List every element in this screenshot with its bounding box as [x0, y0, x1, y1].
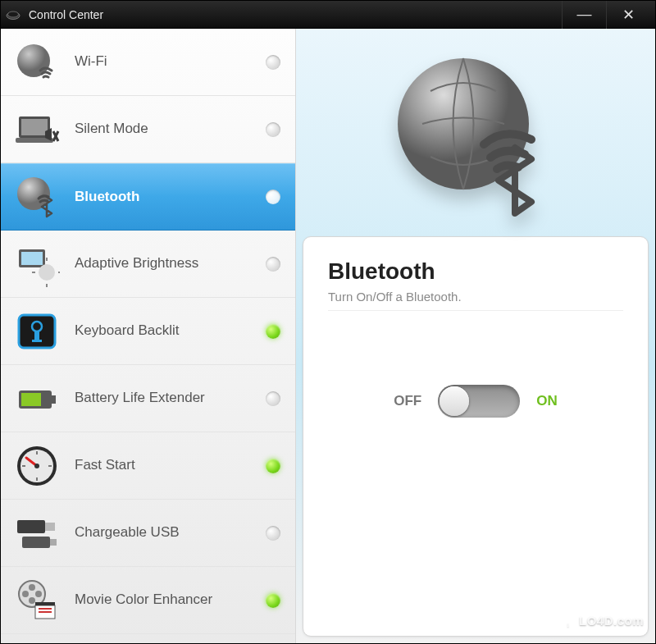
detail-subtitle: Turn On/Off a Bluetooth.: [328, 290, 623, 311]
sidebar-item-label: Keyboard Backlit: [75, 322, 284, 339]
sidebar-item-movie-color-enhancer[interactable]: Movie Color Enhancer: [1, 567, 295, 634]
titlebar: Control Center — ✕: [1, 1, 655, 29]
window-title: Control Center: [29, 8, 562, 21]
svg-point-36: [35, 591, 42, 597]
svg-rect-33: [50, 539, 57, 546]
svg-point-1: [8, 11, 19, 17]
status-indicator: [266, 55, 280, 70]
toggle-knob: [440, 386, 469, 416]
sidebar-item-keyboard-backlit[interactable]: Keyboard Backlit: [1, 298, 295, 365]
hero-illustration: [303, 35, 649, 236]
brightness-icon: [12, 240, 61, 289]
battery-icon: [12, 374, 61, 423]
svg-rect-19: [32, 340, 42, 342]
sidebar-item-silent-mode[interactable]: Silent Mode: [1, 96, 295, 163]
bluetooth-toggle[interactable]: [438, 385, 520, 418]
svg-rect-18: [34, 331, 39, 340]
sidebar-item-battery-life-extender[interactable]: Battery Life Extender: [1, 365, 295, 432]
status-indicator: [266, 122, 280, 137]
globe-bluetooth-large-icon: [385, 46, 566, 226]
svg-point-35: [29, 584, 35, 591]
movie-icon: [12, 576, 61, 625]
sidebar-item-fast-start[interactable]: Fast Start: [1, 432, 295, 500]
sidebar-item-wifi[interactable]: Wi-Fi: [1, 29, 295, 96]
toggle-off-label: OFF: [394, 393, 421, 409]
sidebar-item-label: Wi-Fi: [75, 53, 284, 70]
sidebar[interactable]: Wi-Fi Silent Mode: [1, 29, 296, 643]
detail-heading: Bluetooth: [328, 258, 623, 285]
status-indicator: [266, 257, 280, 272]
minimize-button[interactable]: —: [562, 1, 606, 29]
sidebar-item-label: Battery Life Extender: [75, 390, 284, 406]
globe-bluetooth-icon: [12, 172, 61, 222]
svg-rect-22: [21, 393, 41, 406]
sidebar-item-label: Silent Mode: [75, 121, 284, 137]
svg-rect-4: [21, 119, 48, 135]
svg-rect-40: [35, 602, 55, 605]
sidebar-item-label: Movie Color Enhancer: [75, 591, 284, 608]
status-indicator: [266, 593, 280, 608]
svg-point-25: [34, 464, 39, 468]
detail-panel: Bluetooth Turn On/Off a Bluetooth. OFF O…: [303, 236, 649, 637]
keyboard-backlight-icon: [12, 307, 61, 356]
svg-point-38: [22, 591, 29, 597]
status-indicator: [266, 459, 280, 473]
laptop-mute-icon: [12, 105, 61, 154]
sidebar-item-label: Fast Start: [75, 457, 284, 473]
sidebar-item-label: Bluetooth: [75, 189, 284, 205]
app-icon: [6, 7, 20, 22]
globe-wifi-icon: [12, 38, 61, 87]
svg-rect-21: [52, 395, 56, 404]
svg-rect-30: [17, 520, 45, 533]
status-indicator: [266, 526, 280, 541]
gauge-icon: [12, 441, 61, 491]
status-indicator: [266, 324, 280, 339]
watermark: ↓LO4D.com: [561, 614, 644, 632]
svg-point-11: [39, 264, 55, 281]
sidebar-item-adaptive-brightness[interactable]: Adaptive Brightness: [1, 231, 295, 298]
window: Control Center — ✕ Wi-Fi: [0, 0, 656, 644]
sidebar-item-label: Chargeable USB: [75, 524, 284, 541]
close-button[interactable]: ✕: [606, 1, 650, 29]
sidebar-item-label: Adaptive Brightness: [75, 255, 284, 272]
toggle-on-label: ON: [536, 393, 558, 409]
sidebar-item-chargeable-usb[interactable]: Chargeable USB: [1, 500, 295, 567]
svg-rect-31: [45, 523, 55, 531]
toggle-row: OFF ON: [328, 385, 623, 418]
status-indicator: [266, 391, 280, 406]
watermark-icon: ↓: [561, 617, 576, 632]
svg-rect-10: [21, 252, 43, 265]
usb-icon: [12, 509, 61, 558]
status-indicator: [266, 190, 280, 204]
content-area: Wi-Fi Silent Mode: [1, 29, 655, 643]
detail-pane: Bluetooth Turn On/Off a Bluetooth. OFF O…: [296, 29, 655, 643]
svg-rect-32: [22, 537, 50, 548]
svg-point-37: [29, 597, 35, 604]
sidebar-item-bluetooth[interactable]: Bluetooth: [1, 163, 295, 231]
